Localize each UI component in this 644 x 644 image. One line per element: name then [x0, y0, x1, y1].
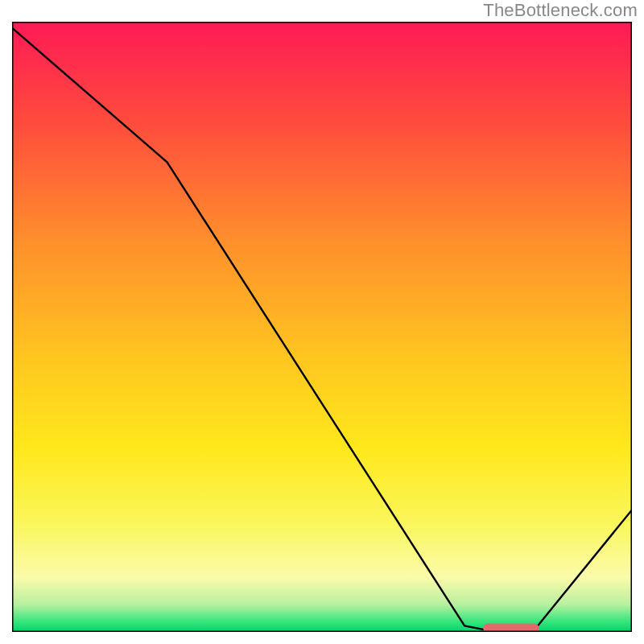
chart-container: TheBottleneck.com — [0, 0, 644, 644]
plot-frame — [12, 22, 632, 632]
bottleneck-chart-svg — [12, 22, 632, 632]
gradient-rect — [12, 22, 632, 632]
optimal-marker — [483, 623, 539, 632]
watermark-text: TheBottleneck.com — [483, 0, 638, 21]
